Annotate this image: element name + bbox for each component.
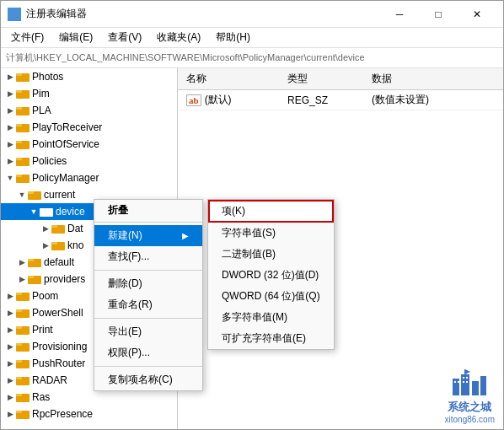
col-name: 名称: [183, 70, 284, 88]
folder-icon: [16, 307, 29, 319]
registry-editor-window: 注册表编辑器 ─ □ ✕ 文件(F) 编辑(E) 查看(V) 收藏夹(A) 帮助…: [0, 0, 504, 430]
ctx-item-new[interactable]: 新建(N) ▶: [94, 225, 202, 246]
tree-item-pointofservice[interactable]: ▶ PointOfService: [1, 136, 177, 153]
close-button[interactable]: ✕: [458, 1, 496, 28]
ctx-label: 导出(E): [108, 325, 142, 339]
menu-file[interactable]: 文件(F): [4, 29, 51, 46]
expand-arrow: ▶: [4, 342, 16, 351]
ctx-item-delete[interactable]: 删除(D): [94, 273, 202, 294]
expand-arrow: ▼: [4, 174, 16, 182]
svg-rect-41: [16, 377, 22, 379]
folder-icon: [16, 290, 29, 302]
svg-rect-29: [28, 276, 34, 278]
expand-arrow: ▼: [28, 207, 40, 216]
ctx-label: 重命名(R): [108, 298, 153, 312]
ctx-item-export[interactable]: 导出(E): [94, 321, 202, 342]
menubar: 文件(F) 编辑(E) 查看(V) 收藏夹(A) 帮助(H): [1, 28, 503, 48]
maximize-button[interactable]: □: [419, 1, 458, 28]
svg-rect-37: [16, 343, 22, 346]
folder-icon: [16, 341, 29, 352]
expand-arrow: ▶: [4, 359, 16, 368]
svg-rect-13: [16, 141, 22, 143]
svg-rect-19: [28, 191, 34, 194]
tree-label: Provisioning: [32, 341, 87, 352]
tree-label: Print: [32, 324, 53, 336]
menu-favorites[interactable]: 收藏夹(A): [150, 29, 207, 46]
tree-label: PLA: [32, 105, 51, 116]
cell-name: ab (默认): [183, 92, 284, 108]
ctx-item-rename[interactable]: 重命名(R): [94, 294, 202, 315]
expand-arrow: ▶: [16, 275, 28, 283]
tree-label: Dat: [67, 223, 83, 234]
folder-icon: [40, 206, 53, 218]
expand-arrow: ▶: [40, 241, 51, 250]
tree-label: providers: [44, 273, 85, 285]
svg-rect-43: [16, 394, 22, 396]
ctx-item-permissions[interactable]: 权限(P)...: [94, 342, 202, 363]
cell-data: (数值未设置): [368, 92, 498, 108]
tree-label: PointOfService: [32, 138, 99, 150]
expand-arrow: ▶: [4, 325, 16, 334]
folder-icon: [28, 256, 41, 268]
tree-label: PolicyManager: [32, 172, 99, 184]
svg-rect-35: [16, 326, 22, 329]
svg-rect-31: [16, 293, 22, 295]
svg-rect-2: [9, 15, 13, 19]
tree-label: Ras: [32, 391, 50, 403]
ab-icon: ab: [186, 94, 201, 106]
expand-arrow: ▶: [4, 393, 16, 401]
folder-icon: [51, 223, 65, 234]
expand-arrow: ▶: [4, 410, 16, 418]
expand-arrow: ▶: [4, 140, 16, 148]
folder-icon: [16, 357, 29, 369]
svg-rect-0: [9, 9, 13, 13]
menu-view[interactable]: 查看(V): [101, 29, 148, 46]
minimize-button[interactable]: ─: [380, 1, 419, 28]
folder-icon: [16, 121, 29, 133]
context-menu[interactable]: 折叠 新建(N) ▶ 查找(F)... 删除(D) 重命名(R): [94, 199, 203, 391]
tree-item-pim[interactable]: ▶ Pim: [1, 85, 177, 102]
svg-rect-7: [16, 90, 22, 93]
ctx-item-find[interactable]: 查找(F)...: [94, 246, 202, 267]
expand-arrow: ▶: [40, 224, 51, 233]
svg-rect-45: [16, 411, 22, 413]
table-row[interactable]: ab (默认) REG_SZ (数值未设置): [178, 90, 503, 110]
tree-label: device: [56, 206, 85, 218]
ctx-label: 删除(D): [108, 277, 142, 291]
tree-item-policies[interactable]: ▶ Policies: [1, 153, 177, 169]
value-name: (默认): [205, 93, 232, 107]
folder-icon: [16, 138, 29, 150]
tree-label: PowerShell: [32, 307, 83, 319]
tree-label: RpcPresence: [32, 408, 93, 420]
menu-help[interactable]: 帮助(H): [209, 29, 257, 46]
svg-rect-25: [51, 242, 57, 245]
expand-arrow: ▼: [16, 191, 28, 199]
tree-item-policymanager[interactable]: ▼ PolicyManager: [1, 169, 177, 186]
right-panel: 名称 类型 数据 ab (默认) REG_SZ (数值未设置): [178, 68, 503, 429]
svg-rect-3: [15, 15, 19, 19]
expand-arrow: ▶: [4, 123, 16, 132]
folder-icon: [16, 88, 29, 99]
titlebar: 注册表编辑器 ─ □ ✕: [1, 1, 503, 28]
col-data: 数据: [368, 70, 498, 88]
folder-icon: [16, 71, 29, 83]
tree-item-photos[interactable]: ▶ Photos: [1, 68, 177, 85]
folder-icon: [51, 239, 65, 251]
tree-label: kno: [67, 239, 83, 251]
ctx-divider: [94, 222, 202, 223]
tree-item-ras[interactable]: ▶ Ras: [1, 389, 177, 406]
tree-item-pla[interactable]: ▶ PLA: [1, 102, 177, 119]
col-type: 类型: [284, 70, 368, 88]
svg-rect-17: [16, 175, 22, 177]
tree-item-rpcpresence[interactable]: ▶ RpcPresence: [1, 406, 177, 422]
svg-rect-5: [16, 73, 22, 76]
tree-item-playtoreceiver[interactable]: ▶ PlayToReceiver: [1, 119, 177, 136]
ctx-item-copy-name[interactable]: 复制项名称(C): [94, 369, 202, 390]
svg-rect-21: [40, 208, 46, 211]
addressbar: 计算机\HKEY_LOCAL_MACHINE\SOFTWARE\Microsof…: [1, 48, 503, 68]
ctx-divider: [94, 270, 202, 271]
menu-edit[interactable]: 编辑(E): [52, 29, 99, 46]
svg-rect-33: [16, 309, 22, 312]
expand-arrow: ▶: [4, 309, 16, 317]
cell-type: REG_SZ: [284, 94, 368, 107]
